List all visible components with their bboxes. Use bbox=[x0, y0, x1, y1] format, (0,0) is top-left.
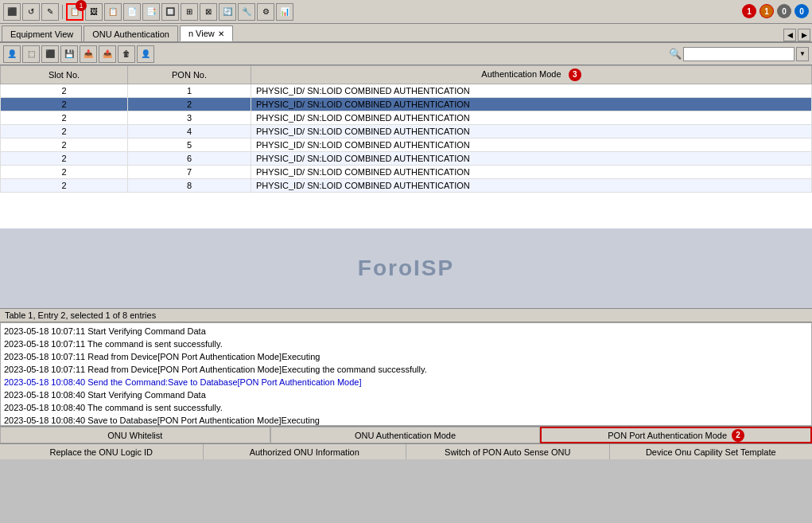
toolbar-btn-6[interactable]: 📋 bbox=[104, 3, 122, 21]
search-dropdown-btn[interactable]: ▼ bbox=[796, 47, 809, 61]
table-row[interactable]: 2 8 PHYSIC_ID/ SN:LOID COMBINED AUTHENTI… bbox=[1, 179, 812, 193]
cell-slot: 2 bbox=[1, 139, 128, 152]
tab-close-btn[interactable]: ✕ bbox=[218, 29, 224, 38]
status-blue: 0 bbox=[795, 4, 809, 18]
bottom-nav-switch[interactable]: Switch of PON Auto Sense ONU bbox=[406, 444, 610, 459]
second-tb-btn-2[interactable]: ⬚ bbox=[22, 45, 40, 63]
tab-next-btn[interactable]: ▶ bbox=[798, 29, 810, 41]
toolbar-btn-3[interactable]: ✎ bbox=[41, 3, 59, 21]
bottom-tabs: ONU Whitelist ONU Authentication Mode PO… bbox=[0, 426, 812, 443]
toolbar-btn-11[interactable]: ⊠ bbox=[200, 3, 217, 21]
toolbar-btn-13[interactable]: 🔧 bbox=[238, 3, 255, 21]
search-area: 🔍 ▼ bbox=[669, 47, 809, 61]
watermark-area: ForoISP bbox=[0, 228, 812, 308]
log-line: 2023-05-18 10:07:11 Read from Device[PON… bbox=[4, 350, 808, 363]
table-area: Slot No. PON No. Authentication Mode 3 2… bbox=[0, 65, 812, 228]
status-icons: 1 1 0 0 bbox=[742, 4, 809, 18]
search-input[interactable] bbox=[683, 47, 795, 61]
table-row[interactable]: 2 2 PHYSIC_ID/ SN:LOID COMBINED AUTHENTI… bbox=[1, 98, 812, 111]
table-row[interactable]: 2 1 PHYSIC_ID/ SN:LOID COMBINED AUTHENTI… bbox=[1, 84, 812, 98]
second-tb-btn-7[interactable]: 🗑 bbox=[118, 45, 135, 63]
log-line: 2023-05-18 10:08:40 Send the Command:Sav… bbox=[4, 376, 808, 388]
sep-1 bbox=[62, 5, 63, 19]
log-line: 2023-05-18 10:08:40 Save to Database[PON… bbox=[4, 414, 808, 426]
tab-equipment-view-label: Equipment View bbox=[10, 29, 73, 39]
second-tb-btn-8[interactable]: 👤 bbox=[137, 45, 154, 63]
status-gray: 0 bbox=[777, 4, 791, 18]
tab-bar: Equipment View ONU Authentication n View… bbox=[0, 24, 812, 43]
cell-slot: 2 bbox=[1, 125, 128, 139]
badge-1: 1 bbox=[76, 0, 87, 11]
badge-2: 2 bbox=[732, 429, 744, 442]
second-tb-btn-5[interactable]: 📥 bbox=[80, 45, 97, 63]
table-row[interactable]: 2 7 PHYSIC_ID/ SN:LOID COMBINED AUTHENTI… bbox=[1, 166, 812, 179]
second-tb-btn-3[interactable]: ⬛ bbox=[41, 45, 59, 63]
tab-onu-auth[interactable]: ONU Authentication bbox=[84, 25, 178, 41]
bottom-nav-authorized[interactable]: Authorized ONU Information bbox=[204, 444, 407, 459]
table-row[interactable]: 2 4 PHYSIC_ID/ SN:LOID COMBINED AUTHENTI… bbox=[1, 125, 812, 139]
log-link[interactable]: 2023-05-18 10:08:40 Send the Command:Sav… bbox=[4, 377, 361, 387]
status-bar: Table 1, Entry 2, selected 1 of 8 entrie… bbox=[0, 308, 812, 322]
cell-slot: 2 bbox=[1, 152, 128, 166]
cell-auth: PHYSIC_ID/ SN:LOID COMBINED AUTHENTICATI… bbox=[251, 98, 812, 111]
bottom-tab-pon-port[interactable]: PON Port Authentication Mode 2 bbox=[540, 427, 812, 443]
second-tb-btn-1[interactable]: 👤 bbox=[3, 45, 21, 63]
tab-equipment-view[interactable]: Equipment View bbox=[2, 25, 82, 41]
tab-prev-btn[interactable]: ◀ bbox=[783, 29, 796, 41]
toolbar-btn-1[interactable]: ⬛ bbox=[3, 3, 21, 21]
cell-auth: PHYSIC_ID/ SN:LOID COMBINED AUTHENTICATI… bbox=[251, 84, 812, 98]
second-tb-btn-6[interactable]: 📤 bbox=[99, 45, 116, 63]
tab-n-view-label: n View bbox=[188, 29, 215, 38]
toolbar-btn-8[interactable]: 📑 bbox=[142, 3, 160, 21]
cell-pon: 4 bbox=[128, 125, 251, 139]
cell-pon: 5 bbox=[128, 139, 251, 152]
log-line: 2023-05-18 10:08:40 Start Verifying Comm… bbox=[4, 388, 808, 401]
status-red: 1 bbox=[742, 4, 756, 18]
second-toolbar: 👤 ⬚ ⬛ 💾 📥 📤 🗑 👤 🔍 ▼ bbox=[0, 43, 812, 65]
log-line: 2023-05-18 10:07:11 The command is sent … bbox=[4, 338, 808, 350]
main-table: Slot No. PON No. Authentication Mode 3 2… bbox=[0, 65, 812, 193]
watermark-text: ForoISP bbox=[358, 256, 454, 281]
table-row[interactable]: 2 3 PHYSIC_ID/ SN:LOID COMBINED AUTHENTI… bbox=[1, 111, 812, 125]
toolbar-btn-9[interactable]: 🔲 bbox=[161, 3, 179, 21]
second-tb-btn-4[interactable]: 💾 bbox=[60, 45, 78, 63]
table-row[interactable]: 2 6 PHYSIC_ID/ SN:LOID COMBINED AUTHENTI… bbox=[1, 152, 812, 166]
cell-pon: 8 bbox=[128, 179, 251, 193]
log-area[interactable]: 2023-05-18 10:07:11 Start Verifying Comm… bbox=[0, 322, 812, 426]
toolbar-btn-14[interactable]: ⚙ bbox=[257, 3, 274, 21]
cell-pon: 7 bbox=[128, 166, 251, 179]
cell-pon: 6 bbox=[128, 152, 251, 166]
svg-text:1: 1 bbox=[764, 7, 769, 16]
table-row[interactable]: 2 5 PHYSIC_ID/ SN:LOID COMBINED AUTHENTI… bbox=[1, 139, 812, 152]
col-auth: Authentication Mode 3 bbox=[251, 66, 812, 84]
tab-n-view[interactable]: n View ✕ bbox=[180, 25, 233, 41]
cell-auth: PHYSIC_ID/ SN:LOID COMBINED AUTHENTICATI… bbox=[251, 166, 812, 179]
toolbar-btn-15[interactable]: 📊 bbox=[276, 3, 293, 21]
cell-slot: 2 bbox=[1, 111, 128, 125]
cell-auth: PHYSIC_ID/ SN:LOID COMBINED AUTHENTICATI… bbox=[251, 139, 812, 152]
cell-auth: PHYSIC_ID/ SN:LOID COMBINED AUTHENTICATI… bbox=[251, 152, 812, 166]
tab-navigation: ◀ ▶ bbox=[783, 29, 810, 41]
cell-slot: 2 bbox=[1, 179, 128, 193]
bottom-nav-replace[interactable]: Replace the ONU Logic ID bbox=[0, 444, 204, 459]
toolbar-btn-2[interactable]: ↺ bbox=[22, 3, 40, 21]
status-text: Table 1, Entry 2, selected 1 of 8 entrie… bbox=[5, 310, 156, 320]
col-pon: PON No. bbox=[128, 66, 251, 84]
log-line: 2023-05-18 10:07:11 Start Verifying Comm… bbox=[4, 325, 808, 338]
search-icon: 🔍 bbox=[669, 48, 682, 60]
svg-text:1: 1 bbox=[747, 7, 752, 16]
toolbar-btn-7[interactable]: 📄 bbox=[123, 3, 141, 21]
toolbar-btn-5[interactable]: 🖼 bbox=[85, 3, 103, 21]
col-slot: Slot No. bbox=[1, 66, 128, 84]
status-orange: 1 bbox=[760, 4, 774, 18]
table-body: 2 1 PHYSIC_ID/ SN:LOID COMBINED AUTHENTI… bbox=[1, 84, 812, 193]
toolbar-btn-4[interactable]: 📋 1 bbox=[66, 3, 84, 21]
svg-text:0: 0 bbox=[782, 7, 787, 16]
toolbar-btn-12[interactable]: 🔄 bbox=[219, 3, 236, 21]
bottom-tab-whitelist[interactable]: ONU Whitelist bbox=[0, 427, 270, 443]
bottom-tab-onu-auth[interactable]: ONU Authentication Mode bbox=[270, 427, 541, 443]
svg-text:0: 0 bbox=[799, 7, 804, 16]
bottom-nav-device[interactable]: Device Onu Capility Set Template bbox=[610, 444, 813, 459]
cell-slot: 2 bbox=[1, 98, 128, 111]
toolbar-btn-10[interactable]: ⊞ bbox=[181, 3, 198, 21]
